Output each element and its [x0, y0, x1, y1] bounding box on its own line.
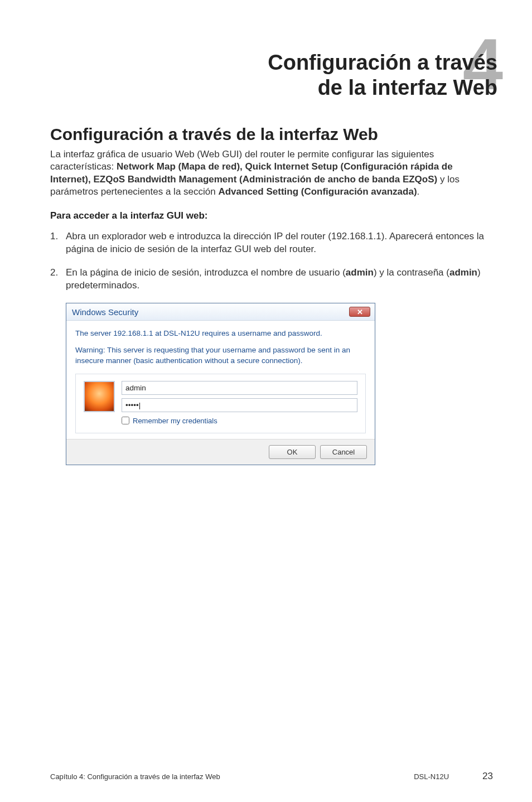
chapter-title-line2: de la interfaz Web: [318, 76, 497, 99]
dialog-footer: OK Cancel: [66, 439, 375, 465]
username-input[interactable]: [122, 381, 357, 395]
step-2-b2: admin: [449, 267, 477, 278]
subheading: Para acceder a la interfaz GUI web:: [50, 210, 493, 221]
section-title: Configuración a través de la interfaz We…: [50, 125, 493, 144]
close-button[interactable]: ✕: [349, 307, 370, 317]
step-2-number: 2.: [50, 267, 66, 292]
cancel-button[interactable]: Cancel: [320, 445, 367, 459]
chapter-title: Configuración a través de la interfaz We…: [268, 50, 497, 100]
user-avatar-icon: [84, 381, 115, 412]
dialog-line1: The server 192.168.1.1 at DSL-N12U requi…: [75, 328, 366, 339]
dialog-title-text: Windows Security: [72, 307, 349, 317]
close-icon: ✕: [357, 308, 363, 316]
chapter-header: 4 Configuración a través de la interfaz …: [50, 50, 497, 100]
remember-checkbox[interactable]: [122, 417, 129, 424]
windows-security-dialog: Windows Security ✕ The server 192.168.1.…: [66, 303, 375, 465]
dialog-line2: Warning: This server is requesting that …: [75, 345, 366, 365]
dialog-body: The server 192.168.1.1 at DSL-N12U requi…: [66, 321, 375, 439]
step-1-text: Abra un explorador web e introduzca la d…: [66, 230, 493, 255]
step-1-number: 1.: [50, 230, 66, 255]
remember-label: Remember my credentials: [133, 417, 217, 425]
step-2-mid: ) y la contraseña (: [374, 267, 449, 278]
footer-left: Capítulo 4: Configuración a través de la…: [50, 772, 414, 781]
footer-mid: DSL-N12U: [414, 772, 449, 781]
intro-post: .: [417, 186, 420, 197]
step-2-pre: En la página de inicio de sesión, introd…: [66, 267, 346, 278]
credentials-box: Remember my credentials: [75, 374, 366, 433]
ok-button[interactable]: OK: [269, 445, 316, 459]
footer-page-number: 23: [482, 771, 493, 782]
dialog-titlebar: Windows Security ✕: [66, 303, 375, 321]
step-2-text: En la página de inicio de sesión, introd…: [66, 267, 493, 292]
page-footer: Capítulo 4: Configuración a través de la…: [50, 771, 493, 782]
password-input[interactable]: [122, 398, 357, 412]
intro-bold2: Advanced Setting (Configuración avanzada…: [218, 186, 417, 197]
step-2-b1: admin: [346, 267, 374, 278]
chapter-title-line1: Configuración a través: [268, 51, 497, 74]
step-1: 1. Abra un explorador web e introduzca l…: [50, 230, 493, 255]
step-2: 2. En la página de inicio de sesión, int…: [50, 267, 493, 292]
intro-paragraph: La interfaz gráfica de usuario Web (Web …: [50, 148, 493, 199]
